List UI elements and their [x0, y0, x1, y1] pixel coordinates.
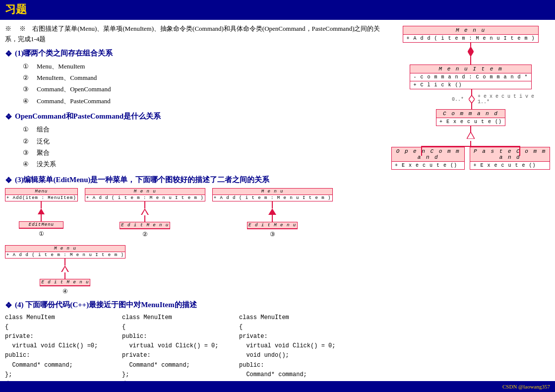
assoc-connector — [469, 89, 475, 109]
q1-opt-4-text: Command、PasteCommand — [37, 95, 111, 107]
menuitem-to-command-row: 0..* + e x e c u t i v e 1..* — [391, 89, 550, 109]
diamond-symbol — [468, 47, 474, 57]
q3-d3-menu: M e n u + A d d ( i t e m : M e n u I t … — [212, 188, 333, 201]
q3-diagram-4: M e n u + A d d ( i t e m : M e n u I t … — [5, 245, 125, 295]
q4-c3-l3: private: — [239, 332, 348, 341]
q2-opt-3-text: 聚合 — [37, 147, 50, 158]
q4-c3-l7: Command* command; — [239, 370, 348, 380]
main-content: ※ ※ 右图描述了菜单(Menu)、菜单项(MenuItem)、抽象命令类(Co… — [0, 20, 555, 392]
q2-opt-2-text: 泛化 — [37, 135, 50, 147]
menuitem-attr: - c o m m a n d : C o m m a n d * — [410, 73, 531, 81]
q3-d4-line2 — [64, 272, 65, 279]
q1-options: ① Menu、MenuItem ② MenuItem、Command ③ Com… — [5, 61, 386, 107]
opencommand-title: O p e n C o m m a n d — [392, 147, 464, 162]
opencommand-class-box: O p e n C o m m a n d + E x e c u t e () — [391, 147, 465, 170]
q4-c1-l1: class MenuItem — [5, 313, 114, 323]
q2-opt-2-num: ② — [23, 135, 33, 147]
q2-opt-3-num: ③ — [23, 147, 33, 158]
inherit-right-drop — [519, 146, 520, 156]
q4-code-row: class MenuItem { private: virtual void C… — [5, 313, 386, 392]
q3-d4-inner — [62, 267, 68, 272]
q3-d3-arrow — [268, 201, 276, 222]
svg-marker-2 — [467, 132, 475, 139]
inherit-line-top — [470, 126, 471, 132]
q2-opt-2: ② 泛化 — [23, 135, 386, 147]
pastecommand-method: + E x e c u t e () — [470, 162, 550, 169]
q3-num-1: ① — [39, 230, 44, 238]
menuitem-method: + C l i c k () — [410, 81, 531, 89]
q4-c1-l2: { — [5, 323, 114, 332]
inherit-horiz-line — [421, 146, 520, 147]
q3-d3-line1 — [272, 201, 273, 208]
q3-num-2: ② — [142, 231, 148, 238]
q2-title-text: OpenCommand和PasteCommand是什么关系 — [15, 112, 161, 121]
q4-code-3: class MenuItem { private: virtual void C… — [239, 313, 348, 392]
svg-marker-0 — [468, 47, 474, 57]
q3-d4-menu-method: + A d d ( i t e m : M e n u I t e m ) — [5, 252, 125, 258]
q4-c1-l4: virtual void Click() =0; — [5, 341, 114, 351]
open-diamond-symbol — [469, 95, 475, 103]
q3-d2-editmenu-title: E d i t M e n u — [120, 222, 170, 229]
q3-d2-inner — [142, 210, 148, 215]
q3-d2-line2 — [144, 215, 145, 222]
q4-c2-l3: public: — [122, 332, 231, 341]
menu-method: + A d d ( i t e m : M e n u I t e m ) — [403, 35, 538, 42]
q3-d1-editmenu: EditMenu — [19, 221, 63, 229]
q4-code-1-block: class MenuItem { private: virtual void C… — [5, 313, 114, 380]
q3-d2-arrow — [141, 201, 149, 222]
command-title: C o m m a n d — [436, 110, 505, 118]
header-title: 习题 — [5, 3, 27, 15]
q1-opt-1-num: ① — [23, 61, 33, 72]
q3-d1-line2 — [41, 214, 42, 221]
q3-d1-menu-title: Menu — [5, 189, 77, 195]
q3-diagram-3: M e n u + A d d ( i t e m : M e n u I t … — [212, 188, 333, 238]
open-diamond-svg — [469, 95, 475, 103]
q3-d3-filled-tri — [268, 208, 276, 215]
conn-line-1 — [470, 43, 471, 47]
q3-d1-filled-tri — [38, 208, 45, 214]
q4-c1-l5: public: — [5, 351, 114, 360]
q3-d1-editmenu-title: EditMenu — [19, 222, 63, 228]
q3-diagram-1: Menu + Add(item : MenuItem) EditMenu ① — [5, 188, 78, 238]
q3-d1-line1 — [41, 201, 42, 208]
command-inherit-connector — [421, 126, 520, 147]
opencommand-method: + E x e c u t e () — [392, 162, 464, 169]
q3-d3-editmenu-title: E d i t M e n u — [247, 222, 297, 229]
q4-c2-l7: }; — [122, 370, 231, 380]
diamond-svg — [468, 47, 474, 57]
question-4: ❖ (4) 下面哪份代码(C++)最接近于图中对MenuItem的描述 clas… — [5, 300, 386, 392]
diamond-icon-3: ❖ — [5, 176, 12, 185]
mult-right-area: + e x e c u t i v e 1..* — [475, 94, 550, 105]
q1-opt-1: ① Menu、MenuItem — [23, 61, 386, 72]
q3-d4-editmenu-title: E d i t M e n u — [40, 279, 90, 286]
footer-bar: CSDN @laowang357 — [0, 381, 555, 392]
q3-d3-menu-method: + A d d ( i t e m : M e n u I t e m ) — [213, 195, 332, 201]
q3-diagram-2: M e n u + A d d ( i t e m : M e n u I t … — [85, 188, 205, 238]
q3-diagrams: Menu + Add(item : MenuItem) EditMenu ① — [5, 188, 386, 295]
q3-d3-menu-title: M e n u — [213, 189, 332, 195]
q2-opt-4: ④ 没关系 — [23, 158, 386, 170]
inherit-tri-svg — [467, 132, 475, 139]
diamond-icon-2: ❖ — [5, 112, 12, 122]
menuitem-title: M e n u I t e m — [410, 65, 531, 73]
inherit-line-mid — [470, 141, 471, 146]
right-diagram: M e n u + A d d ( i t e m : M e n u I t … — [391, 24, 550, 170]
menu-title: M e n u — [403, 26, 538, 35]
q3-d4-menu-title: M e n u — [5, 246, 125, 252]
q3-d1-arrow — [38, 201, 45, 221]
q2-options: ① 组合 ② 泛化 ③ 聚合 ④ 没关系 — [5, 124, 386, 170]
assoc-line-top — [471, 89, 472, 95]
q2-opt-4-text: 没关系 — [37, 158, 56, 170]
intro-symbol: ※ — [5, 25, 18, 32]
q4-title-text: (4) 下面哪份代码(C++)最接近于图中对MenuItem的描述 — [15, 300, 197, 310]
menu-class-box: M e n u + A d d ( i t e m : M e n u I t … — [403, 26, 538, 43]
q3-num-3: ③ — [270, 231, 275, 238]
q3-d1-menu: Menu + Add(item : MenuItem) — [5, 188, 78, 201]
inherit-tri-wrap — [467, 132, 475, 141]
q1-title: ❖ (1)哪两个类之间存在组合关系 — [5, 49, 386, 59]
conn-line-2 — [470, 57, 471, 65]
q3-d2-menu: M e n u + A d d ( i t e m : M e n u I t … — [85, 188, 205, 201]
q1-opt-4: ④ Command、PasteCommand — [23, 95, 386, 107]
left-panel: ※ ※ 右图描述了菜单(Menu)、菜单项(MenuItem)、抽象命令类(Co… — [5, 24, 386, 392]
q3-title-text: (3)编辑菜单(EditMenu)是一种菜单，下面哪个图较好的描述了二者之间的关… — [15, 175, 269, 185]
